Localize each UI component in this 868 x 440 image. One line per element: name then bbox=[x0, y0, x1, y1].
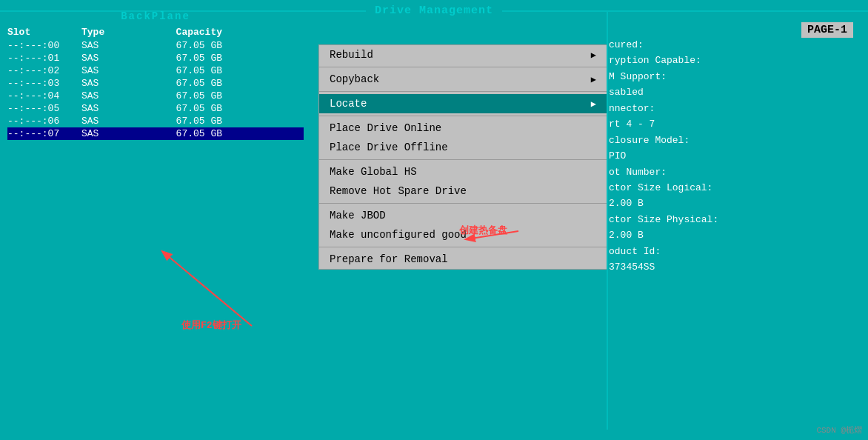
cap-cell: 67.05 GB bbox=[141, 53, 230, 64]
cap-cell: 67.05 GB bbox=[141, 128, 230, 139]
menu-separator bbox=[319, 67, 607, 67]
menu-separator bbox=[319, 247, 607, 247]
page-label: PAGE-1 bbox=[801, 22, 853, 38]
slot-cell: --:---:06 bbox=[7, 116, 81, 127]
slot-cell: --:---:01 bbox=[7, 53, 81, 64]
menu-item[interactable]: Place Drive Offline bbox=[319, 138, 607, 157]
menu-item-label: Remove Hot Spare Drive bbox=[330, 185, 467, 197]
table-row[interactable]: --:---:00SAS67.05 GB bbox=[7, 39, 304, 52]
cap-cell: 67.05 GB bbox=[141, 90, 230, 101]
menu-separator bbox=[319, 116, 607, 116]
table-row[interactable]: --:---:06SAS67.05 GB bbox=[7, 115, 304, 127]
info-line: ctor Size Logical: bbox=[609, 180, 861, 196]
submenu-arrow-icon: ▶ bbox=[591, 74, 596, 85]
cap-cell: 67.05 GB bbox=[141, 40, 230, 51]
menu-item[interactable]: Make Global HS bbox=[319, 162, 607, 181]
submenu-arrow-icon: ▶ bbox=[591, 99, 596, 110]
slot-cell: --:---:03 bbox=[7, 78, 81, 89]
right-panel: cured:ryption Capable:M Support:sablednn… bbox=[609, 37, 861, 276]
menu-item[interactable]: Prepare for Removal bbox=[319, 250, 607, 269]
menu-item-label: Copyback bbox=[330, 73, 379, 85]
menu-item-label: Rebuild bbox=[330, 49, 373, 61]
drive-rows-container: --:---:00SAS67.05 GB--:---:01SAS67.05 GB… bbox=[7, 39, 304, 140]
table-row[interactable]: --:---:03SAS67.05 GB bbox=[7, 77, 304, 90]
menu-item[interactable]: Remove Hot Spare Drive bbox=[319, 181, 607, 201]
col-cap-header: Capacity bbox=[141, 27, 230, 38]
type-cell: SAS bbox=[81, 78, 141, 89]
menu-separator bbox=[319, 203, 607, 204]
submenu-arrow-icon: ▶ bbox=[591, 50, 596, 61]
info-line: closure Model: bbox=[609, 133, 861, 148]
table-row[interactable]: --:---:01SAS67.05 GB bbox=[7, 52, 304, 64]
menu-item[interactable]: Make JBOD bbox=[319, 206, 607, 225]
info-line: 2.00 B bbox=[609, 196, 861, 211]
info-line: 373454SS bbox=[609, 259, 861, 275]
type-cell: SAS bbox=[81, 90, 141, 101]
drive-table: Slot Type Capacity --:---:00SAS67.05 GB-… bbox=[7, 25, 304, 140]
table-row[interactable]: --:---:04SAS67.05 GB bbox=[7, 90, 304, 102]
slot-cell: --:---:05 bbox=[7, 103, 81, 114]
menu-item-label: Make unconfigured good bbox=[330, 229, 467, 241]
menu-item-label: Make Global HS bbox=[330, 166, 417, 178]
f2-annotation: 使用F2键打开 bbox=[181, 319, 241, 332]
type-cell: SAS bbox=[81, 65, 141, 76]
watermark: CSDN @栀熠 bbox=[816, 424, 862, 436]
menu-item[interactable]: Copyback▶ bbox=[319, 70, 607, 89]
table-row[interactable]: --:---:07SAS67.05 GB bbox=[7, 127, 304, 140]
cap-cell: 67.05 GB bbox=[141, 78, 230, 89]
menu-item-label: Place Drive Offline bbox=[330, 141, 448, 153]
info-line: nnector: bbox=[609, 101, 861, 116]
info-line: ot Number: bbox=[609, 164, 861, 180]
table-header: Slot Type Capacity bbox=[7, 25, 304, 39]
right-panel-content: cured:ryption Capable:M Support:sablednn… bbox=[609, 37, 861, 276]
type-cell: SAS bbox=[81, 53, 141, 64]
info-line: 2.00 B bbox=[609, 227, 861, 243]
col-slot-header: Slot bbox=[7, 27, 81, 38]
info-line: cured: bbox=[609, 37, 861, 53]
slot-cell: --:---:07 bbox=[7, 128, 81, 139]
type-cell: SAS bbox=[81, 116, 141, 127]
menu-item-label: Place Drive Online bbox=[330, 122, 441, 134]
menu-item[interactable]: Rebuild▶ bbox=[319, 45, 607, 64]
info-line: oduct Id: bbox=[609, 244, 861, 259]
menu-item[interactable]: Locate▶ bbox=[319, 94, 607, 113]
backplane-title: BackPlane bbox=[7, 10, 304, 22]
info-line: sabled bbox=[609, 84, 861, 100]
hotspare-label: 创建热备盘 bbox=[459, 225, 507, 236]
cap-cell: 67.05 GB bbox=[141, 65, 230, 76]
left-panel: BackPlane Slot Type Capacity --:---:00SA… bbox=[7, 10, 304, 140]
table-row[interactable]: --:---:05SAS67.05 GB bbox=[7, 102, 304, 115]
slot-cell: --:---:00 bbox=[7, 40, 81, 51]
f2-label: 使用F2键打开 bbox=[181, 320, 241, 331]
info-line: ryption Capable: bbox=[609, 53, 861, 68]
hotspare-annotation: 创建热备盘 bbox=[459, 224, 507, 237]
type-cell: SAS bbox=[81, 103, 141, 114]
page-title: Drive Management bbox=[366, 4, 502, 17]
menu-item-label: Prepare for Removal bbox=[330, 253, 448, 265]
type-cell: SAS bbox=[81, 40, 141, 51]
info-line: ctor Size Physical: bbox=[609, 212, 861, 227]
col-type-header: Type bbox=[81, 27, 141, 38]
menu-separator bbox=[319, 91, 607, 92]
type-cell: SAS bbox=[81, 128, 141, 139]
menu-item[interactable]: Place Drive Online bbox=[319, 119, 607, 138]
info-line: PIO bbox=[609, 148, 861, 164]
table-row[interactable]: --:---:02SAS67.05 GB bbox=[7, 64, 304, 77]
slot-cell: --:---:04 bbox=[7, 90, 81, 101]
menu-item-label: Locate bbox=[330, 98, 367, 110]
slot-cell: --:---:02 bbox=[7, 65, 81, 76]
info-line: M Support: bbox=[609, 69, 861, 84]
menu-separator bbox=[319, 159, 607, 160]
info-line: rt 4 - 7 bbox=[609, 116, 861, 132]
title-right-line bbox=[502, 10, 868, 12]
menu-item-label: Make JBOD bbox=[330, 210, 386, 221]
cap-cell: 67.05 GB bbox=[141, 116, 230, 127]
cap-cell: 67.05 GB bbox=[141, 103, 230, 114]
